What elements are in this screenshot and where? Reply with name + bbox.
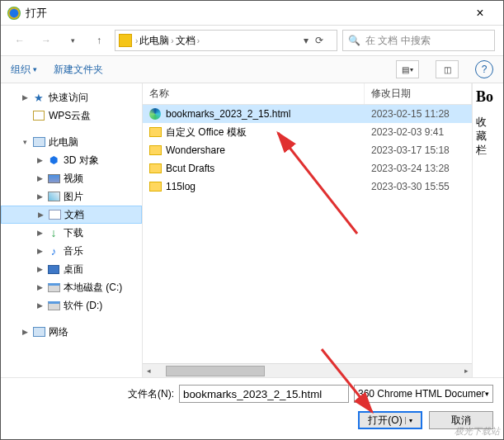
chevron-right-icon: ▶ bbox=[35, 247, 44, 255]
help-button[interactable]: ? bbox=[475, 60, 493, 78]
sidebar-item-quick-access[interactable]: ▶ ★ 快速访问 bbox=[1, 88, 142, 106]
folder-icon bbox=[148, 125, 163, 139]
chevron-right-icon: › bbox=[197, 36, 200, 45]
preview-pane-button[interactable]: ◫ bbox=[436, 60, 459, 78]
chevron-right-icon: ▶ bbox=[21, 93, 29, 102]
chevron-right-icon: ▶ bbox=[35, 265, 44, 273]
chevron-down-icon: ▾ bbox=[33, 65, 37, 73]
chevron-right-icon: ▶ bbox=[35, 174, 44, 182]
filename-input[interactable] bbox=[179, 385, 349, 403]
html-file-icon bbox=[148, 107, 163, 121]
pictures-icon bbox=[47, 190, 60, 203]
sidebar-item-this-pc[interactable]: ▾ 此电脑 bbox=[1, 133, 142, 151]
recent-dropdown[interactable]: ▾ bbox=[62, 30, 83, 51]
file-row[interactable]: 自定义 Office 模板 2023-02-03 9:41 bbox=[143, 123, 472, 141]
chevron-down-icon: ▾ bbox=[405, 417, 412, 424]
close-button[interactable]: × bbox=[464, 2, 497, 24]
column-headers: 名称 修改日期 bbox=[143, 83, 472, 105]
file-list: bookmarks_2023_2_15.html 2023-02-15 11:2… bbox=[143, 105, 472, 363]
file-type-select[interactable]: 360 Chrome HTML Documen ▾ bbox=[354, 385, 493, 403]
chevron-down-icon: ▾ bbox=[21, 138, 29, 146]
sidebar-item-downloads[interactable]: ▶↓下载 bbox=[1, 224, 142, 242]
search-icon: 🔍 bbox=[348, 35, 360, 46]
new-folder-button[interactable]: 新建文件夹 bbox=[54, 63, 103, 77]
file-row[interactable]: 115log 2023-03-30 15:55 bbox=[143, 177, 472, 196]
sidebar-item-documents[interactable]: ▶文档 bbox=[1, 206, 142, 224]
column-modified[interactable]: 修改日期 bbox=[365, 83, 472, 104]
open-button[interactable]: 打开(O) ▾ bbox=[358, 411, 422, 429]
column-name[interactable]: 名称 bbox=[143, 83, 365, 104]
star-icon: ★ bbox=[32, 91, 45, 104]
file-row[interactable]: Bcut Drafts 2023-03-24 13:28 bbox=[143, 159, 472, 177]
video-icon bbox=[47, 172, 60, 185]
chevron-down-icon: ▾ bbox=[485, 390, 489, 398]
preview-line: 藏 bbox=[476, 130, 500, 144]
preview-title: Bo bbox=[476, 88, 500, 106]
up-button[interactable]: ↑ bbox=[88, 30, 110, 51]
scrollbar-thumb[interactable] bbox=[166, 366, 265, 376]
preview-line: 收 bbox=[476, 116, 500, 130]
breadcrumb[interactable]: › 此电脑 › 文档 › ▾ ⟳ bbox=[115, 30, 337, 51]
sidebar-item-music[interactable]: ▶♪音乐 bbox=[1, 242, 142, 260]
horizontal-scrollbar[interactable]: ◂ ▸ bbox=[143, 363, 472, 377]
forward-button[interactable]: → bbox=[35, 30, 57, 51]
sidebar-item-desktop[interactable]: ▶桌面 bbox=[1, 260, 142, 278]
chevron-right-icon: ▶ bbox=[35, 301, 44, 310]
cube-icon: ⬢ bbox=[47, 154, 60, 167]
music-icon: ♪ bbox=[47, 244, 60, 258]
scroll-right-icon[interactable]: ▸ bbox=[460, 367, 472, 375]
folder-icon bbox=[148, 180, 163, 193]
pc-icon bbox=[32, 135, 45, 149]
chevron-right-icon: ▶ bbox=[35, 156, 44, 164]
window-title: 打开 bbox=[26, 6, 464, 21]
sidebar-item-wps-cloud[interactable]: WPS云盘 bbox=[1, 106, 142, 125]
refresh-button[interactable]: ⟳ bbox=[315, 35, 333, 46]
preview-line: 栏 bbox=[476, 144, 500, 158]
search-placeholder: 在 文档 中搜索 bbox=[365, 34, 431, 48]
breadcrumb-dropdown[interactable]: ▾ bbox=[304, 35, 309, 46]
file-row[interactable]: Wondershare 2023-03-17 15:18 bbox=[143, 141, 472, 159]
documents-icon bbox=[48, 208, 61, 221]
sidebar-item-network[interactable]: ▶网络 bbox=[1, 323, 142, 341]
sidebar-item-pictures[interactable]: ▶图片 bbox=[1, 187, 142, 206]
folder-icon bbox=[148, 162, 163, 175]
view-mode-button[interactable]: ▤▾ bbox=[396, 60, 419, 78]
drive-icon bbox=[47, 299, 60, 312]
preview-pane: Bo 收 藏 栏 bbox=[472, 83, 503, 377]
chevron-right-icon: › bbox=[135, 36, 138, 45]
search-input[interactable]: 🔍 在 文档 中搜索 bbox=[342, 30, 495, 51]
network-icon bbox=[32, 325, 45, 338]
breadcrumb-segment[interactable]: 此电脑 bbox=[139, 34, 169, 48]
chevron-right-icon: › bbox=[171, 36, 173, 45]
chevron-right-icon: ▶ bbox=[35, 229, 44, 237]
sidebar-item-c-drive[interactable]: ▶本地磁盘 (C:) bbox=[1, 278, 142, 296]
desktop-icon bbox=[47, 263, 60, 276]
chevron-right-icon: ▶ bbox=[36, 211, 45, 219]
download-icon: ↓ bbox=[47, 226, 60, 239]
chevron-right-icon: ▶ bbox=[35, 192, 44, 201]
sidebar-item-d-drive[interactable]: ▶软件 (D:) bbox=[1, 296, 142, 315]
breadcrumb-segment[interactable]: 文档 bbox=[176, 34, 195, 48]
app-logo-icon bbox=[7, 7, 21, 20]
drive-icon bbox=[47, 281, 60, 294]
scroll-left-icon[interactable]: ◂ bbox=[143, 367, 154, 375]
sidebar-item-3d[interactable]: ▶⬢3D 对象 bbox=[1, 151, 142, 169]
file-row[interactable]: bookmarks_2023_2_15.html 2023-02-15 11:2… bbox=[143, 105, 472, 123]
chevron-right-icon: ▶ bbox=[21, 328, 29, 336]
sidebar-tree: ▶ ★ 快速访问 WPS云盘 ▾ 此电脑 ▶⬢3D 对象 ▶视频 ▶图片 ▶文档… bbox=[1, 83, 143, 377]
back-button[interactable]: ← bbox=[9, 30, 31, 51]
wps-icon bbox=[32, 109, 45, 122]
folder-icon bbox=[148, 144, 163, 157]
chevron-right-icon: ▶ bbox=[35, 283, 44, 291]
filename-label: 文件名(N): bbox=[128, 387, 174, 401]
folder-icon bbox=[119, 34, 132, 47]
watermark: 极光下载站 bbox=[455, 425, 500, 438]
organize-menu[interactable]: 组织 ▾ bbox=[11, 63, 37, 77]
sidebar-item-videos[interactable]: ▶视频 bbox=[1, 169, 142, 187]
